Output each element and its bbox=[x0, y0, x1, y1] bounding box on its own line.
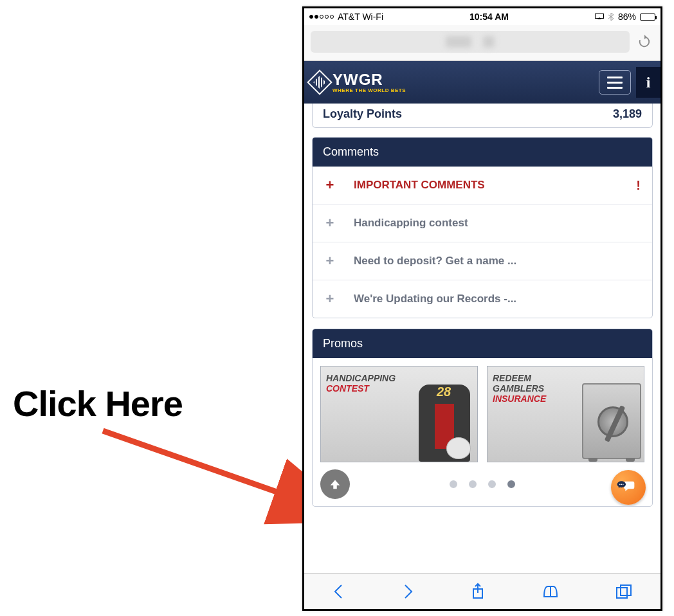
comment-label: Handicapping contest bbox=[354, 217, 468, 230]
svg-rect-11 bbox=[617, 588, 627, 598]
comment-label: IMPORTANT COMMENTS bbox=[354, 179, 485, 192]
battery-icon bbox=[640, 14, 655, 21]
brand-tagline: WHERE THE WORLD BETS bbox=[332, 87, 406, 93]
promo-line: REDEEM bbox=[493, 373, 569, 383]
plus-icon: + bbox=[324, 177, 336, 194]
comment-item[interactable]: + We're Updating our Records -... bbox=[313, 280, 652, 318]
url-blur bbox=[483, 36, 495, 48]
url-field[interactable] bbox=[311, 31, 630, 53]
back-icon[interactable] bbox=[332, 583, 345, 600]
logo-diamond-icon bbox=[307, 69, 332, 95]
hamburger-menu-button[interactable] bbox=[599, 70, 631, 95]
plus-icon: + bbox=[324, 291, 336, 307]
promo-illustration-safe bbox=[563, 367, 644, 462]
plus-icon: + bbox=[324, 253, 336, 269]
share-icon[interactable] bbox=[471, 583, 485, 601]
promos-panel: Promos HANDICAPPING CONTEST 28 bbox=[312, 329, 653, 507]
app-header: YWGR WHERE THE WORLD BETS i bbox=[304, 61, 660, 104]
svg-point-6 bbox=[619, 484, 621, 485]
status-time: 10:54 AM bbox=[469, 12, 509, 22]
carousel-dot[interactable] bbox=[469, 480, 477, 488]
comment-label: Need to deposit? Get a name ... bbox=[354, 255, 516, 267]
plus-icon: + bbox=[324, 215, 336, 231]
phone-frame: AT&T Wi-Fi 10:54 AM 86% YWGR WHERE THE W… bbox=[302, 6, 662, 611]
promo-card-handicapping[interactable]: HANDICAPPING CONTEST 28 bbox=[320, 366, 478, 462]
promo-illustration-man: 28 bbox=[396, 367, 477, 462]
url-blur bbox=[446, 36, 471, 48]
carousel-dot[interactable] bbox=[450, 480, 457, 488]
tabs-icon[interactable] bbox=[615, 584, 632, 599]
battery-pct: 86% bbox=[618, 12, 636, 22]
forward-icon[interactable] bbox=[401, 583, 414, 600]
brand-name: YWGR bbox=[332, 72, 406, 87]
alert-icon: ! bbox=[636, 178, 641, 193]
chat-button[interactable] bbox=[611, 470, 646, 505]
ios-status-bar: AT&T Wi-Fi 10:54 AM 86% bbox=[304, 8, 660, 25]
svg-marker-4 bbox=[644, 35, 647, 39]
promo-line: GAMBLERS bbox=[493, 383, 569, 394]
comments-panel: Comments + IMPORTANT COMMENTS ! + Handic… bbox=[312, 137, 653, 318]
loyalty-label: Loyalty Points bbox=[323, 107, 402, 121]
info-button[interactable]: i bbox=[636, 67, 660, 98]
comment-item-important[interactable]: + IMPORTANT COMMENTS ! bbox=[313, 167, 652, 204]
carousel-dot[interactable] bbox=[488, 480, 496, 488]
signal-dots-icon bbox=[309, 15, 334, 19]
reload-icon[interactable] bbox=[635, 32, 654, 51]
annotation-click-here: Click Here bbox=[13, 383, 183, 424]
promos-header: Promos bbox=[313, 329, 652, 358]
page-content: Loyalty Points 3,189 Comments + IMPORTAN… bbox=[304, 104, 660, 521]
comment-item[interactable]: + Need to deposit? Get a name ... bbox=[313, 242, 652, 280]
carrier-label: AT&T Wi-Fi bbox=[338, 12, 383, 22]
bluetooth-icon bbox=[608, 13, 614, 21]
safari-toolbar bbox=[304, 573, 660, 609]
airplay-icon bbox=[595, 14, 604, 20]
comment-label: We're Updating our Records -... bbox=[354, 293, 516, 305]
svg-point-7 bbox=[621, 484, 623, 485]
bookmarks-icon[interactable] bbox=[542, 584, 560, 599]
carousel-dots bbox=[450, 480, 515, 488]
promo-card-redeem[interactable]: REDEEM GAMBLERS INSURANCE bbox=[487, 366, 644, 462]
promo-line-accent: INSURANCE bbox=[493, 394, 569, 404]
comment-item[interactable]: + Handicapping contest bbox=[313, 204, 652, 242]
loyalty-points-row: Loyalty Points 3,189 bbox=[312, 104, 653, 128]
svg-point-8 bbox=[623, 484, 624, 485]
promo-line: HANDICAPPING bbox=[326, 373, 402, 383]
promo-line-accent: CONTEST bbox=[326, 383, 402, 394]
safari-address-bar bbox=[304, 25, 660, 61]
comments-header: Comments bbox=[313, 138, 652, 167]
carousel-dot-active[interactable] bbox=[507, 480, 515, 488]
svg-rect-12 bbox=[621, 585, 631, 595]
loyalty-value: 3,189 bbox=[613, 107, 642, 121]
brand-logo[interactable]: YWGR WHERE THE WORLD BETS bbox=[311, 72, 406, 93]
scroll-top-button[interactable] bbox=[320, 469, 350, 499]
